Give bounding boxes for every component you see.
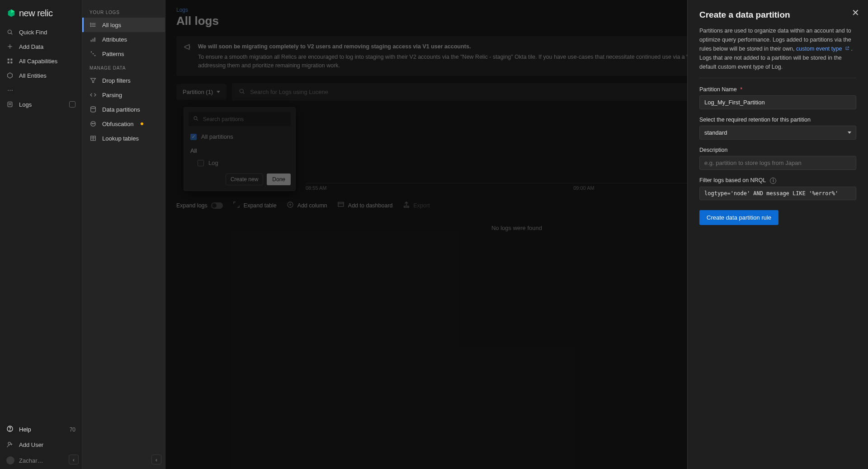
chevron-down-icon [217, 91, 220, 93]
svg-point-27 [93, 53, 94, 55]
pin-icon[interactable] [69, 101, 75, 108]
partition-dropdown-panel: Search partitions All partitions All Log… [184, 107, 296, 191]
partition-name-input[interactable] [699, 95, 856, 109]
toggle-off-icon[interactable] [211, 202, 223, 209]
plus-icon [6, 43, 14, 50]
create-partition-rule-button[interactable]: Create data partition rule [699, 210, 778, 225]
svg-point-0 [8, 30, 11, 33]
partition-done-button[interactable]: Done [267, 174, 291, 185]
partition-search-input[interactable]: Search partitions [189, 112, 291, 126]
label-text: Partition Name [699, 86, 737, 93]
svg-point-22 [90, 26, 91, 27]
checkbox-icon[interactable] [198, 160, 204, 166]
add-column-button[interactable]: Add column [287, 201, 327, 210]
subnav-collapse[interactable]: ‹ [151, 455, 161, 464]
quick-find[interactable]: Quick Find [0, 25, 82, 39]
close-icon: ✕ [852, 7, 859, 18]
svg-rect-7 [10, 61, 12, 63]
expand-icon [233, 201, 240, 210]
partition-selector[interactable]: Partition (1) [176, 84, 226, 100]
description-input[interactable] [699, 156, 856, 170]
rail-collapse[interactable]: ‹ [69, 455, 79, 464]
link-text: custom event type [796, 46, 842, 52]
all-entities[interactable]: All Entities [0, 68, 82, 83]
drawer-description: Partitions are used to organize data wit… [699, 26, 856, 71]
subnav-data-partitions[interactable]: Data partitions [82, 102, 165, 117]
rail-add-user[interactable]: Add User [0, 437, 82, 452]
rail-more[interactable]: ⋯ [0, 83, 82, 97]
quick-find-label: Quick Find [19, 29, 47, 36]
toolbar-label: Export [414, 202, 430, 209]
subnav-drop-filters[interactable]: Drop filters [82, 73, 165, 88]
checkbox-checked-icon[interactable] [190, 134, 197, 140]
create-new-partition-button[interactable]: Create new [226, 174, 263, 185]
table-icon [90, 135, 97, 142]
toolbar-label: Expand logs [176, 202, 208, 209]
search-placeholder: Search for Logs using Lucene [250, 89, 328, 95]
logs-icon [6, 101, 14, 108]
svg-point-28 [94, 55, 96, 56]
subnav-group-your-logs: YOUR LOGS [82, 5, 165, 18]
nrql-filter-input[interactable] [699, 187, 856, 200]
add-to-dashboard-button[interactable]: Add to dashboard [337, 201, 393, 210]
svg-rect-5 [10, 59, 12, 61]
subnav-obfuscation[interactable]: Obfuscation [82, 117, 165, 131]
svg-rect-6 [8, 61, 9, 63]
newrelic-mark-icon [6, 9, 16, 19]
subnav-patterns[interactable]: Patterns [82, 47, 165, 61]
svg-marker-8 [8, 73, 13, 78]
toolbar-label: Expand table [244, 202, 277, 209]
subnav-item-label: Obfuscation [102, 121, 133, 127]
svg-rect-24 [93, 39, 94, 42]
custom-event-type-link[interactable]: custom event type [796, 46, 851, 52]
export-button[interactable]: Export [403, 201, 430, 210]
search-icon [238, 88, 245, 96]
expand-table-button[interactable]: Expand table [233, 201, 277, 210]
subnav-item-label: Data partitions [102, 106, 140, 113]
partition-row-label: All partitions [201, 133, 233, 140]
retention-select[interactable]: standard [699, 126, 856, 140]
list-icon [90, 21, 97, 28]
code-icon [90, 91, 97, 98]
rail-help-label: Help [19, 426, 31, 433]
svg-point-37 [240, 89, 244, 93]
breadcrumb[interactable]: Logs [176, 7, 188, 13]
svg-rect-23 [91, 40, 92, 42]
expand-logs-toggle[interactable]: Expand logs [176, 202, 223, 209]
bars-icon [90, 36, 97, 43]
all-capabilities[interactable]: All Capabilities [0, 54, 82, 68]
all-capabilities-label: All Capabilities [19, 58, 57, 65]
toolbar-label: Add column [297, 202, 327, 209]
svg-line-38 [243, 93, 245, 94]
partition-row-log[interactable]: Log [184, 157, 295, 169]
subnav-all-logs[interactable]: All logs [82, 18, 165, 32]
add-data[interactable]: Add Data [0, 39, 82, 54]
close-drawer-button[interactable]: ✕ [850, 7, 861, 18]
svg-rect-46 [404, 206, 409, 208]
subnav-item-label: Patterns [102, 51, 124, 57]
rail-help[interactable]: Help 70 [0, 422, 82, 437]
help-icon [6, 425, 14, 434]
retention-label: Select the required retention for this p… [699, 117, 856, 123]
grid-icon [6, 57, 14, 65]
chevron-left-icon: ‹ [156, 456, 157, 463]
subnav-group-manage: MANAGE DATA [82, 61, 165, 73]
brand-wordmark: new relic [19, 8, 52, 19]
database-icon [90, 106, 97, 113]
create-partition-drawer: ✕ Create a data partition Partitions are… [687, 0, 868, 469]
rail-help-count: 70 [70, 427, 75, 433]
svg-point-30 [91, 107, 96, 108]
partition-row-all[interactable]: All partitions [184, 131, 295, 143]
subnav-item-label: All logs [102, 22, 121, 28]
subnav-attributes[interactable]: Attributes [82, 32, 165, 47]
svg-rect-44 [338, 202, 344, 206]
mask-icon [90, 120, 97, 127]
info-icon[interactable]: i [770, 178, 776, 184]
rail-logs[interactable]: Logs [0, 97, 82, 112]
search-icon [192, 115, 199, 123]
svg-line-1 [11, 33, 12, 34]
export-icon [403, 201, 410, 210]
partition-name-label: Partition Name * [699, 86, 856, 93]
subnav-parsing[interactable]: Parsing [82, 88, 165, 102]
subnav-lookup-tables[interactable]: Lookup tables [82, 131, 165, 145]
